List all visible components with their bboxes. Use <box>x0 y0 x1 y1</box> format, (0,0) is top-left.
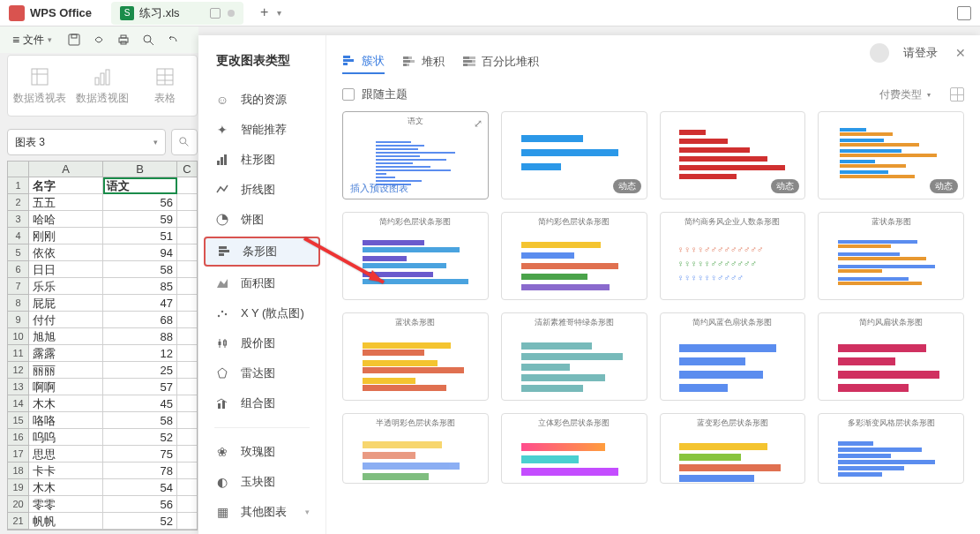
chart-thumb-5[interactable]: 简约彩色层状条形图 <box>342 212 489 300</box>
grid-view-icon[interactable] <box>950 87 964 102</box>
chart-thumb-7[interactable]: 简约商务风企业人数条形图 ♀♀♀♀♂♂♂♂♂♂♂♂♂♀♀♀♀♀♂♂♂♂♂♂♂♀♀… <box>660 212 806 300</box>
row-header[interactable]: 17 <box>8 446 29 463</box>
share-icon[interactable] <box>91 32 107 48</box>
close-icon[interactable]: ✕ <box>952 42 969 64</box>
cell[interactable] <box>177 261 197 278</box>
cell[interactable]: 12 <box>103 345 177 362</box>
cell[interactable]: 52 <box>103 429 177 446</box>
cell[interactable] <box>177 194 197 211</box>
chart-thumb-13[interactable]: 半透明彩色层状条形图 <box>342 413 489 484</box>
cell[interactable] <box>177 278 197 295</box>
cell[interactable]: 啊啊 <box>29 379 103 395</box>
cell[interactable] <box>177 496 197 513</box>
cell[interactable]: 57 <box>103 379 177 395</box>
sidebar-item-line-chart[interactable]: 折线图 <box>198 175 325 205</box>
tab-dot-icon[interactable] <box>228 10 235 17</box>
chart-thumb-preset[interactable]: 语文 ⤢ 插入预设图表 <box>342 111 489 199</box>
cell[interactable]: 旭旭 <box>29 328 103 345</box>
avatar-icon[interactable] <box>870 43 889 63</box>
table-row[interactable]: 16呜呜52 <box>8 429 197 446</box>
table-row[interactable]: 20零零56 <box>8 496 197 513</box>
cell[interactable] <box>177 395 197 412</box>
pivot-chart-button[interactable]: 数据透视图 <box>71 56 133 116</box>
sidebar-item-smart[interactable]: ✦智能推荐 <box>198 115 325 145</box>
document-tab[interactable]: S 练习.xls <box>111 2 243 25</box>
cell[interactable]: 木木 <box>29 479 103 496</box>
chart-thumb-4[interactable]: 动态 <box>818 111 964 199</box>
panel-toggle-icon[interactable] <box>957 6 971 20</box>
row-header[interactable]: 1 <box>8 177 29 194</box>
chart-thumb-16[interactable]: 多彩渐变风格层状条形图 <box>818 413 964 484</box>
row-header[interactable]: 13 <box>8 379 29 395</box>
print-icon[interactable] <box>116 32 131 48</box>
sidebar-item-other-charts[interactable]: ▦其他图表▾ <box>198 497 325 527</box>
row-header[interactable]: 5 <box>8 244 29 261</box>
row-header[interactable]: 20 <box>8 496 29 513</box>
chart-thumb-8[interactable]: 蓝状条形图 <box>818 212 964 300</box>
cell[interactable] <box>177 362 197 379</box>
cell[interactable] <box>177 479 197 496</box>
spreadsheet-grid[interactable]: A B C 1名字语文2五五563哈哈594刚刚515依依946日日587乐乐8… <box>7 161 198 530</box>
cell[interactable]: 58 <box>103 261 177 278</box>
chart-thumb-10[interactable]: 清新素雅哥特绿条形图 <box>501 312 647 401</box>
row-header[interactable]: 7 <box>8 278 29 295</box>
pivot-table-button[interactable]: 数据透视表 <box>8 56 71 116</box>
cell[interactable]: 45 <box>103 395 177 412</box>
cell[interactable]: 哈哈 <box>29 211 103 228</box>
undo-icon[interactable] <box>165 32 181 48</box>
follow-theme-option[interactable]: 跟随主题 <box>342 86 408 102</box>
cell[interactable] <box>177 328 197 345</box>
row-header[interactable]: 21 <box>8 513 29 530</box>
row-header[interactable]: 19 <box>8 479 29 496</box>
col-header-c[interactable]: C <box>177 162 197 177</box>
cell[interactable] <box>177 379 197 395</box>
row-header[interactable]: 11 <box>8 345 29 362</box>
cell[interactable]: 25 <box>103 362 177 379</box>
cell[interactable]: 乐乐 <box>29 278 103 295</box>
cell[interactable]: 屁屁 <box>29 295 103 312</box>
cell[interactable] <box>177 211 197 228</box>
table-row[interactable]: 4刚刚51 <box>8 228 197 244</box>
table-row[interactable]: 17思思75 <box>8 446 197 463</box>
chart-thumb-2[interactable]: 动态 <box>501 111 647 199</box>
cell[interactable]: 呜呜 <box>29 429 103 446</box>
row-header[interactable]: 18 <box>8 463 29 479</box>
table-row[interactable]: 5依依94 <box>8 244 197 261</box>
cell[interactable] <box>177 412 197 429</box>
cell[interactable] <box>177 312 197 328</box>
cell[interactable]: 88 <box>103 328 177 345</box>
cell[interactable]: 94 <box>103 244 177 261</box>
cell[interactable]: 丽丽 <box>29 362 103 379</box>
row-header[interactable]: 10 <box>8 328 29 345</box>
sidebar-item-jade-chart[interactable]: ◐玉块图 <box>198 467 325 497</box>
cell[interactable] <box>177 295 197 312</box>
paytype-filter[interactable]: 付费类型 ▾ <box>879 87 964 102</box>
subtype-clustered[interactable]: 簇状 <box>342 53 385 74</box>
cell[interactable] <box>177 177 197 194</box>
file-menu-button[interactable]: ≡ 文件 ▾ <box>7 31 57 49</box>
login-link[interactable]: 请登录 <box>903 45 938 61</box>
cell[interactable] <box>177 446 197 463</box>
cell[interactable]: 思思 <box>29 446 103 463</box>
row-header[interactable]: 12 <box>8 362 29 379</box>
cell[interactable]: 木木 <box>29 395 103 412</box>
chart-thumb-6[interactable]: 简约彩色层状条形图 <box>501 212 647 300</box>
cell[interactable]: 日日 <box>29 261 103 278</box>
col-header-a[interactable]: A <box>29 162 103 177</box>
name-box[interactable]: 图表 3 ▾ <box>7 129 166 155</box>
row-header[interactable]: 9 <box>8 312 29 328</box>
formula-search-button[interactable] <box>171 129 198 155</box>
preview-icon[interactable] <box>140 32 156 48</box>
cell[interactable]: 54 <box>103 479 177 496</box>
cell[interactable]: 零零 <box>29 496 103 513</box>
table-row[interactable]: 14木木45 <box>8 395 197 412</box>
cell[interactable]: 78 <box>103 463 177 479</box>
cell[interactable]: 59 <box>103 211 177 228</box>
expand-icon[interactable]: ⤢ <box>474 117 483 130</box>
table-row[interactable]: 15咯咯58 <box>8 412 197 429</box>
chart-thumb-14[interactable]: 立体彩色层状条形图 <box>501 413 647 484</box>
row-header[interactable]: 15 <box>8 412 29 429</box>
row-header[interactable]: 4 <box>8 228 29 244</box>
sidebar-item-scatter-chart[interactable]: X Y (散点图) <box>198 298 325 328</box>
cell[interactable]: 56 <box>103 194 177 211</box>
